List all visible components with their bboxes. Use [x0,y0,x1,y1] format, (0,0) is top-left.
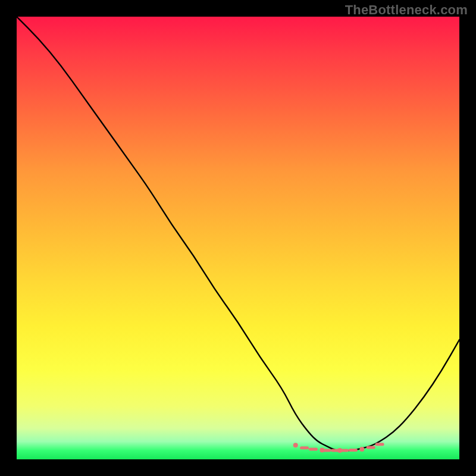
chart-frame: TheBottleneck.com [0,0,476,476]
chart-gradient-background [17,17,459,459]
watermark-text: TheBottleneck.com [345,2,468,18]
